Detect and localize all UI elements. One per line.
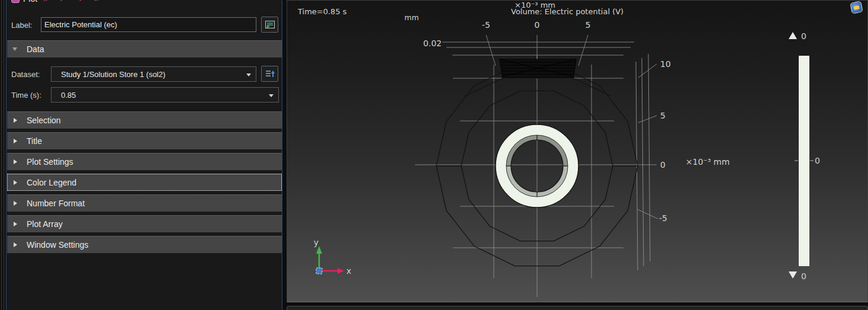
triad-y-label: y [314,238,319,247]
label-settings-button[interactable] [261,17,278,33]
section-label: Title [27,136,42,146]
plot-first-button[interactable]: ⇤ [41,0,53,4]
y-axis-scale-label: ×10⁻³ mm [686,157,729,167]
dropdown-arrow-icon [246,73,251,76]
x-axis-arrow-icon [337,268,344,274]
section-label: Number Format [27,199,85,208]
x-tick-neg5: -5 [482,20,490,30]
section-label: Data [27,44,44,54]
rename-icon [265,20,275,30]
section-label: Color Legend [27,178,76,187]
plot-canvas[interactable]: -5 0 5 0.02 10 5 0 -5 ×10⁻³ mm 0 0 0 [287,1,868,303]
plot-icon [11,0,20,3]
chevron-right-icon [14,118,17,123]
y-axis-lines [636,54,658,270]
legend-mid-value: 0 [815,156,820,165]
legend-max-marker-icon [789,32,797,39]
section-header-plot-settings[interactable]: Plot Settings [7,153,282,170]
graphics-window[interactable]: Time=0.85 s mm ×10⁻³ mm Volume: Electric… [287,0,868,302]
coil-cross-section [500,59,576,78]
chevron-down-icon [12,47,17,51]
section-label: Selection [27,116,61,125]
chevron-right-icon [14,139,17,143]
label-field-label: Label: [11,21,32,30]
legend-min-marker-icon [789,271,797,279]
legend-max-value: 0 [801,31,806,41]
go-to-source-button[interactable] [261,66,278,82]
triad-x-label: x [346,266,351,276]
section-label: Plot Settings [27,157,73,167]
chevron-right-icon [14,222,17,226]
dataset-select[interactable]: Study 1/Solution Store 1 (sol2) [51,66,256,82]
panel-splitter[interactable] [0,0,6,310]
settings-panel: Plot ⇤ ← → ⇥ Label: Data Dataset: Study … [6,0,282,310]
settings-title: Plot [23,0,37,4]
chevron-right-icon [14,180,17,185]
x-tick-5: 5 [586,20,591,30]
plot-previous-button[interactable]: ← [57,0,69,4]
y-tick-10: 10 [660,59,671,69]
comsol-app: Plot ⇤ ← → ⇥ Label: Data Dataset: Study … [0,0,868,310]
dropdown-arrow-icon [269,94,274,97]
settings-toolbar: Plot ⇤ ← → ⇥ [7,0,282,7]
section-label: Window Settings [27,240,88,250]
plot-next-button[interactable]: → [72,0,85,4]
go-to-source-icon [265,69,275,79]
chevron-right-icon [14,242,17,247]
color-legend: 0 0 0 [789,31,820,281]
section-label: Plot Array [27,219,63,229]
section-header-plot-array[interactable]: Plot Array [7,215,282,232]
section-header-data[interactable]: Data [7,40,282,57]
section-header-window-settings[interactable]: Window Settings [7,236,282,253]
plot-last-button[interactable]: ⇥ [88,0,101,4]
dataset-value: Study 1/Solution Store 1 (sol2) [61,70,165,79]
lower-panel-edge[interactable] [287,306,868,310]
z-axis-origin-icon [316,268,322,274]
time-select[interactable]: 0.85 [51,87,279,103]
y-tick-0: 0 [660,160,666,170]
legend-color-bar [799,56,809,266]
chevron-right-icon [14,201,17,206]
splitter-line [1,0,2,310]
z-tick-002: 0.02 [423,39,442,48]
time-value: 0.85 [61,91,76,100]
section-header-title[interactable]: Title [7,132,282,149]
time-label: Time (s): [11,91,41,100]
section-header-number-format[interactable]: Number Format [7,194,282,212]
y-tick-neg5: -5 [659,213,667,223]
splitter-line [4,0,4,310]
dataset-label: Dataset: [11,70,40,79]
section-header-selection[interactable]: Selection [7,111,282,129]
y-tick-5: 5 [660,111,666,120]
snapshot-inner-shape [854,5,860,10]
coordinate-triad: y x [314,238,351,276]
section-header-color-legend[interactable]: Color Legend [7,174,282,191]
x-tick-0: 0 [535,20,540,30]
legend-min-value: 0 [801,271,806,281]
label-input[interactable] [41,17,256,32]
chevron-right-icon [14,159,17,164]
